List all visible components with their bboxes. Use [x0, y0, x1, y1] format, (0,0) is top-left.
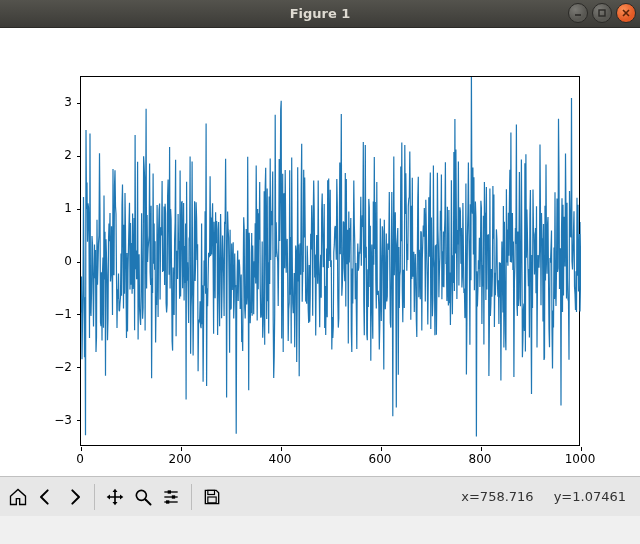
- window-title: Figure 1: [0, 6, 640, 21]
- pan-button[interactable]: [101, 482, 129, 512]
- ytick-label: 0: [0, 254, 72, 268]
- xtick: [481, 447, 482, 451]
- ytick: [77, 420, 81, 421]
- ytick-label: −1: [0, 307, 72, 321]
- xtick-label: 600: [369, 452, 392, 466]
- close-button[interactable]: [616, 3, 636, 23]
- ytick-label: 2: [0, 148, 72, 162]
- cursor-y: y=1.07461: [554, 489, 626, 504]
- xtick: [281, 447, 282, 451]
- ytick-label: −2: [0, 360, 72, 374]
- back-button[interactable]: [32, 482, 60, 512]
- svg-rect-13: [208, 497, 216, 503]
- maximize-button[interactable]: [592, 3, 612, 23]
- xtick-label: 1000: [565, 452, 596, 466]
- xtick: [381, 447, 382, 451]
- svg-line-5: [146, 499, 151, 504]
- cursor-x: x=758.716: [461, 489, 533, 504]
- figure-canvas[interactable]: −3−2−1012302004006008001000: [0, 28, 640, 476]
- svg-rect-7: [168, 490, 171, 493]
- svg-rect-9: [172, 495, 175, 498]
- ytick: [77, 262, 81, 263]
- home-button[interactable]: [4, 482, 32, 512]
- ytick: [77, 314, 81, 315]
- xtick: [181, 447, 182, 451]
- ytick-label: 3: [0, 95, 72, 109]
- ytick: [77, 103, 81, 104]
- toolbar-separator: [191, 484, 192, 510]
- nav-toolbar: x=758.716 y=1.07461: [0, 476, 640, 516]
- configure-subplots-button[interactable]: [157, 482, 185, 512]
- svg-rect-1: [599, 10, 605, 16]
- cursor-status: x=758.716 y=1.07461: [461, 489, 636, 504]
- toolbar-separator: [94, 484, 95, 510]
- svg-rect-11: [166, 500, 169, 503]
- window-controls: [568, 3, 636, 23]
- ytick: [77, 209, 81, 210]
- ytick-label: 1: [0, 201, 72, 215]
- xtick-label: 200: [169, 452, 192, 466]
- forward-button[interactable]: [60, 482, 88, 512]
- xtick: [581, 447, 582, 451]
- xtick-label: 400: [269, 452, 292, 466]
- axes: [80, 76, 580, 446]
- ytick-label: −3: [0, 413, 72, 427]
- save-button[interactable]: [198, 482, 226, 512]
- ytick: [77, 156, 81, 157]
- xtick-label: 800: [469, 452, 492, 466]
- minimize-button[interactable]: [568, 3, 588, 23]
- window-titlebar: Figure 1: [0, 0, 640, 28]
- xtick-label: 0: [76, 452, 84, 466]
- ytick: [77, 367, 81, 368]
- xtick: [81, 447, 82, 451]
- zoom-button[interactable]: [129, 482, 157, 512]
- line-series-0: [81, 77, 581, 447]
